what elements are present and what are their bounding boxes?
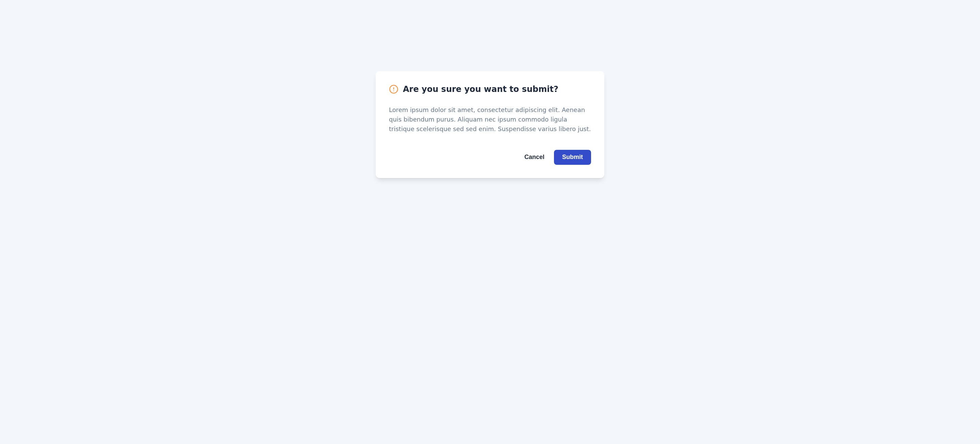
modal-body-text: Lorem ipsum dolor sit amet, consectetur … (389, 105, 591, 134)
submit-button[interactable]: Submit (554, 150, 591, 165)
cancel-button[interactable]: Cancel (519, 150, 550, 165)
page-container: Are you sure you want to submit? Lorem i… (0, 0, 980, 178)
confirmation-modal: Are you sure you want to submit? Lorem i… (375, 71, 605, 178)
modal-title: Are you sure you want to submit? (403, 85, 558, 94)
modal-header: Are you sure you want to submit? (389, 85, 591, 94)
modal-footer: Cancel Submit (389, 150, 591, 165)
alert-circle-icon (389, 85, 398, 94)
